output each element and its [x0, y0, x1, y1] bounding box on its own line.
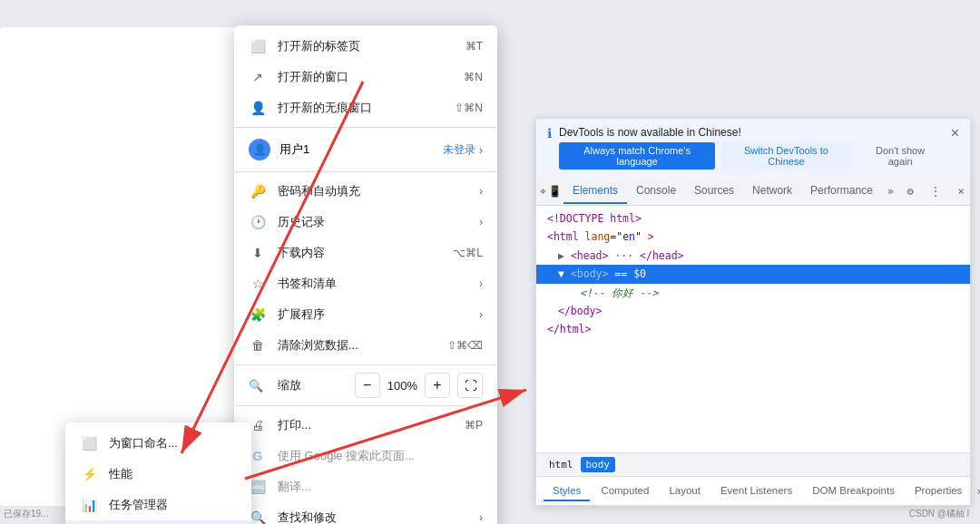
user-avatar: 👤: [249, 139, 270, 160]
devtools-bottom-tabs: Styles Computed Layout Event Listeners D…: [536, 476, 970, 505]
rename-icon: ⬜: [80, 434, 98, 452]
saved-badge: 已保存19...: [4, 508, 48, 520]
tab-performance[interactable]: Performance: [801, 179, 882, 204]
extensions-arrow: ›: [479, 308, 483, 321]
head-dots: ···: [614, 249, 633, 262]
tab-console[interactable]: Console: [627, 179, 685, 204]
clear-data-shortcut: ⇧⌘⌫: [447, 339, 483, 352]
html-line-comment[interactable]: <!-- 你好 -->: [536, 284, 970, 302]
breadcrumb-html[interactable]: html: [544, 457, 579, 472]
zoom-icon: 🔍: [249, 379, 267, 393]
html-line-body-selected[interactable]: ▼ <body> == $0: [536, 265, 970, 283]
incognito-icon: 👤: [249, 99, 267, 117]
menu-item-google-search[interactable]: G 使用 Google 搜索此页面...: [234, 441, 497, 471]
print-icon: 🖨: [249, 416, 267, 434]
menu-shortcut-new-tab: ⌘T: [466, 40, 483, 53]
tab-sources[interactable]: Sources: [685, 179, 743, 204]
head-open: <head>: [571, 249, 609, 262]
notification-content: DevTools is now available in Chinese! Al…: [559, 126, 944, 170]
find-arrow: ›: [479, 511, 483, 524]
menu-item-find[interactable]: 🔍 查找和修改 ›: [234, 502, 497, 524]
cursor-icon[interactable]: ⌖: [540, 180, 546, 202]
bottom-tab-properties[interactable]: Properties: [906, 481, 971, 501]
menu-label-new-tab: 打开新的标签页: [278, 38, 458, 54]
downloads-shortcut: ⌥⌘L: [453, 247, 483, 259]
html-line-head-collapsed[interactable]: ▶ <head> ··· </head>: [536, 247, 970, 265]
device-icon[interactable]: 📱: [548, 180, 562, 202]
menu-divider-4: [234, 405, 497, 406]
html-line-doctype[interactable]: <!DOCTYPE html>: [536, 209, 970, 228]
watermark: CSDN @橘柚 l: [909, 508, 969, 520]
menu-item-incognito[interactable]: 👤 打开新的无痕窗口 ⇧⌘N: [234, 92, 497, 123]
find-icon: 🔍: [249, 509, 267, 524]
new-window-icon: ↗: [249, 68, 267, 86]
notif-btn-match-language[interactable]: Always match Chrome's language: [559, 142, 715, 170]
devtools-html-content: <!DOCTYPE html> <html lang="en" > ▶ <hea…: [536, 206, 970, 452]
zoom-plus-button[interactable]: +: [425, 373, 450, 398]
bottom-tab-layout[interactable]: Layout: [660, 481, 710, 501]
dots-action-button[interactable]: ⋮: [925, 180, 946, 202]
info-icon: ℹ: [547, 126, 552, 141]
task-manager-icon: 📊: [80, 496, 98, 514]
comment-text: <!-- 你好 -->: [580, 286, 658, 299]
user-name: 用户1: [279, 141, 443, 158]
menu-divider-1: [234, 127, 497, 128]
menu-item-extensions[interactable]: 🧩 扩展程序 ›: [234, 299, 497, 330]
menu-label-new-window: 打开新的窗口: [278, 69, 456, 85]
bottom-tab-styles[interactable]: Styles: [544, 481, 590, 501]
menu-item-new-tab[interactable]: ⬜ 打开新的标签页 ⌘T: [234, 31, 497, 62]
bottom-tab-computed[interactable]: Computed: [592, 481, 658, 501]
notif-btn-dont-show[interactable]: Don't show again: [858, 142, 944, 170]
menu-item-new-window[interactable]: ↗ 打开新的窗口 ⌘N: [234, 62, 497, 92]
user-status: 未登录: [443, 142, 475, 158]
menu-user-section[interactable]: 👤 用户1 未登录 ›: [234, 131, 497, 168]
new-tab-icon: ⬜: [249, 37, 267, 55]
zoom-minus-button[interactable]: −: [355, 373, 380, 398]
html-line-body-close[interactable]: </body>: [536, 302, 970, 320]
menu-divider-3: [234, 364, 497, 365]
submenu-label-rename: 为窗口命名...: [109, 435, 237, 451]
submenu-item-rename[interactable]: ⬜ 为窗口命名...: [65, 428, 251, 459]
tab-elements[interactable]: Elements: [564, 179, 627, 204]
html-lang-attr: lang: [585, 230, 611, 243]
notification-close-button[interactable]: ×: [951, 126, 959, 141]
menu-item-downloads[interactable]: ⬇ 下载内容 ⌥⌘L: [234, 238, 497, 268]
menu-item-translate[interactable]: 🔤 翻译...: [234, 471, 497, 502]
submenu-item-performance[interactable]: ⚡ 性能: [65, 459, 251, 490]
html-line-html-close[interactable]: </html>: [536, 320, 970, 338]
bottom-tab-event-listeners[interactable]: Event Listeners: [711, 481, 801, 501]
body-triangle: ▼: [558, 267, 564, 280]
menu-item-clear-data[interactable]: 🗑 清除浏览数据... ⇧⌘⌫: [234, 330, 497, 361]
zoom-controls: − 100% + ⛶: [355, 373, 483, 398]
menu-item-history[interactable]: 🕐 历史记录 ›: [234, 207, 497, 238]
submenu-item-devtools[interactable]: <> 开发者工具 ⌥⌘I: [65, 520, 251, 524]
menu-label-downloads: 下载内容: [278, 245, 446, 261]
menu-divider-2: [234, 171, 497, 172]
menu-item-print[interactable]: 🖨 打印... ⌘P: [234, 410, 497, 441]
close-devtools-button[interactable]: ×: [950, 180, 972, 202]
menu-item-passwords[interactable]: 🔑 密码和自动填充 ›: [234, 176, 497, 207]
submenu-item-task-manager[interactable]: 📊 任务管理器: [65, 490, 251, 520]
menu-item-bookmarks[interactable]: ☆ 书签和清单 ›: [234, 268, 497, 299]
more-tools-submenu: ⬜ 为窗口命名... ⚡ 性能 📊 任务管理器 <> 开发者工具 ⌥⌘I: [65, 422, 251, 524]
bookmarks-arrow: ›: [479, 277, 483, 290]
tab-network[interactable]: Network: [743, 179, 801, 204]
bottom-tab-more[interactable]: »: [973, 481, 980, 501]
translate-icon: 🔤: [249, 478, 267, 496]
history-arrow: ›: [479, 216, 483, 228]
menu-label-find: 查找和修改: [278, 509, 479, 524]
zoom-fullscreen-button[interactable]: ⛶: [457, 373, 483, 398]
tab-more-button[interactable]: »: [882, 181, 899, 201]
breadcrumb-body[interactable]: body: [581, 457, 616, 472]
bottom-tab-dom-breakpoints[interactable]: DOM Breakpoints: [803, 481, 904, 501]
settings-action-button[interactable]: ⚙: [899, 180, 921, 202]
submenu-label-task-manager: 任务管理器: [109, 497, 237, 513]
body-close-tag: </body>: [558, 305, 602, 317]
body-tag-selected: <body>: [571, 267, 609, 280]
notif-btn-switch-chinese[interactable]: Switch DevTools to Chinese: [720, 142, 851, 170]
head-triangle: ▶: [558, 249, 564, 262]
zoom-percentage: 100%: [387, 379, 417, 393]
menu-label-print: 打印...: [278, 417, 457, 433]
passwords-arrow: ›: [479, 185, 483, 198]
html-line-html[interactable]: <html lang="en" >: [536, 228, 970, 246]
